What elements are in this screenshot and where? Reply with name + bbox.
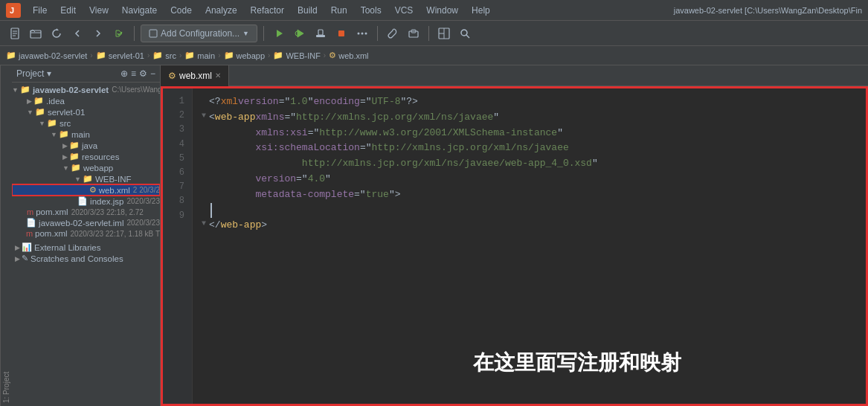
menu-view[interactable]: View (83, 4, 115, 17)
svg-point-17 (365, 32, 367, 34)
tree-main[interactable]: ▼ 📁 main (12, 129, 160, 140)
tree-indexjsp-label: index.jsp (90, 197, 123, 206)
back-btn[interactable] (68, 25, 86, 42)
tree-resources[interactable]: ▶ 📁 resources (12, 151, 160, 162)
editor-area: ⚙ web.xml ✕ 1 2 3 4 5 6 7 8 9 (161, 65, 868, 406)
tree-root[interactable]: ▼ 📁 javaweb-02-servlet C:\Users\Wang (12, 84, 160, 95)
tree-src[interactable]: ▼ 📁 src (12, 117, 160, 129)
bc-webxml[interactable]: ⚙ web.xml (329, 51, 368, 60)
tree-webapp-arrow: ▼ (62, 164, 69, 172)
tree-pomxml1-label: pom.xml (36, 207, 68, 216)
tree-root-label: javaweb-02-servlet (33, 86, 109, 94)
bc-main-icon: 📁 (184, 51, 195, 60)
tree-scratches-arrow: ▶ (15, 255, 20, 262)
fold-6[interactable] (202, 172, 206, 184)
menu-navigate[interactable]: Navigate (116, 4, 163, 17)
wrench-btn[interactable] (384, 25, 402, 42)
tab-webxml-close[interactable]: ✕ (215, 71, 221, 80)
run-btn[interactable] (270, 25, 288, 42)
menu-refactor[interactable]: Refactor (245, 4, 290, 17)
code-line-8 (202, 203, 857, 219)
tree-webapp[interactable]: ▼ 📁 webapp (12, 162, 160, 173)
fold-9[interactable]: ▼ (202, 218, 206, 230)
bc-project[interactable]: 📁 javaweb-02-servlet (6, 51, 87, 60)
tree-idea[interactable]: ▶ 📁 .idea (12, 95, 160, 106)
tree-resources-icon: 📁 (69, 152, 80, 161)
svg-rect-18 (409, 31, 418, 37)
code-line-5: http://xmlns.jcp.org/xml/ns/javaee/web-a… (202, 156, 857, 172)
add-configuration-btn[interactable]: Add Configuration... ▼ (141, 25, 257, 42)
tree-pomxml2-micon: m (26, 229, 33, 238)
forward-btn[interactable] (89, 25, 107, 42)
bc-servlet01[interactable]: 📁 servlet-01 (96, 51, 144, 60)
tree-src-icon: 📁 (47, 118, 57, 128)
project-settings-btn[interactable]: ⚙ (139, 68, 147, 79)
tree-servlet01-icon: 📁 (35, 107, 45, 117)
bc-webinf[interactable]: 📁 WEB-INF (273, 51, 320, 60)
app-logo: J (6, 3, 21, 18)
fold-7[interactable] (202, 187, 206, 199)
tree-webxml[interactable]: ▶ ⚙ web.xml 2 20/3/2 (12, 184, 160, 196)
tree-java[interactable]: ▶ 📁 java (12, 140, 160, 151)
new-file-btn[interactable] (6, 25, 24, 42)
menu-window[interactable]: Window (420, 4, 464, 17)
refresh-btn[interactable] (48, 25, 65, 42)
fold-5[interactable] (202, 156, 206, 168)
layout-btn[interactable] (435, 25, 453, 42)
tree-src-label: src (60, 119, 71, 128)
tree-servlet01[interactable]: ▼ 📁 servlet-01 (12, 106, 160, 117)
tree-webinf[interactable]: ▼ 📁 WEB-INF (12, 173, 160, 184)
recent-btn[interactable] (110, 25, 128, 42)
menu-vcs[interactable]: VCS (389, 4, 419, 17)
tree-scratches[interactable]: ▶ ✎ Scratches and Consoles (12, 253, 160, 264)
code-content[interactable]: <?xml version="1.0" encoding="UTF-8"?> ▼… (193, 88, 866, 404)
tree-pomxml1[interactable]: m pom.xml 2020/3/23 22:18, 2.72 (12, 207, 160, 217)
open-btn[interactable] (27, 25, 45, 42)
tree-extlibs[interactable]: ▶ 📊 External Libraries (12, 242, 160, 253)
fold-3[interactable] (202, 126, 206, 138)
svg-point-15 (358, 32, 360, 34)
fold-1[interactable] (202, 94, 206, 106)
toolbar: Add Configuration... ▼ (0, 21, 868, 46)
menu-code[interactable]: Code (164, 4, 198, 17)
project-collapse-btn[interactable]: ≡ (131, 68, 136, 79)
tree-indexjsp[interactable]: ▶ 📄 index.jsp 2020/3/23 (12, 196, 160, 207)
tree-resources-arrow: ▶ (62, 153, 68, 161)
bc-sep-4: › (218, 51, 220, 59)
build-btn[interactable] (312, 25, 329, 42)
project-add-btn[interactable]: ⊕ (120, 68, 128, 79)
menu-analyze[interactable]: Analyze (199, 4, 243, 17)
menu-tools[interactable]: Tools (355, 4, 388, 17)
menu-build[interactable]: Build (292, 4, 324, 17)
code-editor[interactable]: 1 2 3 4 5 6 7 8 9 <?xml version="1.0" en… (161, 86, 868, 406)
bc-main[interactable]: 📁 main (184, 51, 215, 60)
tab-webxml[interactable]: ⚙ web.xml ✕ (161, 65, 229, 86)
project-minimize-btn[interactable]: − (150, 68, 155, 79)
toolbar-separator-3 (377, 26, 378, 41)
tree-idea-arrow: ▶ (27, 97, 32, 105)
menu-file[interactable]: File (27, 4, 53, 17)
fold-8[interactable] (202, 203, 206, 215)
menu-edit[interactable]: Edit (54, 4, 82, 17)
svg-text:J: J (10, 6, 14, 15)
fold-4[interactable] (202, 141, 206, 152)
fold-2[interactable]: ▼ (202, 110, 206, 122)
editor-tabs: ⚙ web.xml ✕ (161, 65, 868, 86)
search-btn[interactable] (456, 25, 474, 42)
tree-iml[interactable]: 📄 javaweb-02-servlet.iml 2020/3/23 (12, 217, 160, 228)
tree-extlibs-label: External Libraries (34, 243, 100, 252)
more-btn[interactable] (353, 25, 371, 42)
stop-btn[interactable] (332, 25, 350, 42)
menu-run[interactable]: Run (325, 4, 353, 17)
sdk-btn[interactable] (405, 25, 422, 42)
menu-help[interactable]: Help (466, 4, 496, 17)
tree-pomxml1-meta: 2020/3/23 22:18, 2.72 (71, 208, 144, 216)
bc-webapp[interactable]: 📁 webapp (224, 51, 266, 60)
tree-root-arrow: ▼ (12, 86, 19, 94)
tree-pomxml2[interactable]: m pom.xml 2020/3/23 22:17, 1.18 kB T (12, 228, 160, 239)
bc-src[interactable]: 📁 src (152, 51, 176, 60)
tree-main-icon: 📁 (59, 129, 69, 139)
debug-btn[interactable] (291, 25, 309, 42)
main-layout: 1: Project Project ▾ ⊕ ≡ ⚙ − ▼ 📁 javaweb… (0, 65, 868, 406)
panel-label-project: 1: Project (0, 65, 12, 406)
